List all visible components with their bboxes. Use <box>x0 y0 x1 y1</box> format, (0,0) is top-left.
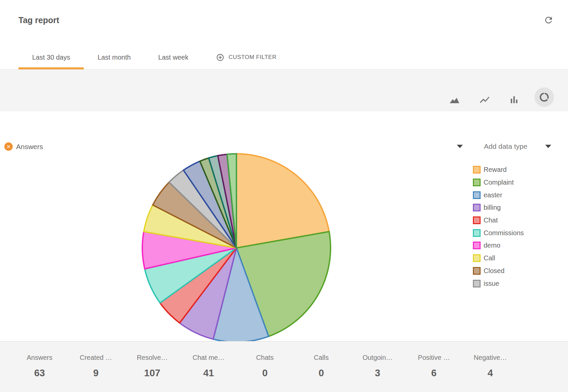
tab-last-week[interactable]: Last week <box>144 45 202 69</box>
legend-label: Closed <box>484 267 504 275</box>
legend-item-billing[interactable]: billing <box>473 201 524 214</box>
tab-bar: Last 30 daysLast monthLast weekCUSTOM FI… <box>18 45 291 69</box>
pie-chart <box>136 147 337 341</box>
legend-swatch-icon <box>473 166 481 174</box>
custom-filter-button[interactable]: CUSTOM FILTER <box>202 45 290 69</box>
stat-col-calls: Calls0 <box>293 353 349 392</box>
stat-value: 63 <box>11 368 68 379</box>
stat-col-answers: Answers63 <box>11 353 68 392</box>
stat-value: 107 <box>124 368 180 379</box>
legend-item-call[interactable]: Call <box>473 252 524 265</box>
tab-last-month[interactable]: Last month <box>84 45 144 69</box>
donut-chart-icon <box>539 92 550 103</box>
legend-label: Complaint <box>484 179 514 186</box>
legend-swatch-icon <box>473 179 481 186</box>
line-chart-icon[interactable] <box>479 94 490 106</box>
chart-area: ✕ Answers Add data type RewardComplainte… <box>0 111 568 341</box>
area-chart-icon <box>449 94 460 106</box>
stat-value: 3 <box>349 368 406 379</box>
legend-label: Reward <box>484 166 507 174</box>
legend-label: easter <box>484 191 502 199</box>
add-data-type-button[interactable]: Add data type <box>484 142 527 150</box>
stats-bar: Answers63Created …9Resolve…107Chat me…41… <box>0 341 568 392</box>
legend-label: demo <box>484 242 500 249</box>
legend-swatch-icon <box>473 191 481 199</box>
stat-col-outgoin: Outgoin…3 <box>349 353 406 392</box>
stat-value: 0 <box>237 368 293 379</box>
pie-chart-svg <box>136 147 337 341</box>
tag-report-page: { "header": { "title": "Tag report" }, "… <box>0 0 568 392</box>
legend-item-issue[interactable]: issue <box>473 277 524 290</box>
area-chart-icon[interactable] <box>449 94 460 106</box>
series-chip-answers[interactable]: ✕ Answers <box>4 142 43 151</box>
legend-item-demo[interactable]: demo <box>473 239 524 252</box>
legend-item-commissions[interactable]: Commissions <box>473 226 524 239</box>
stat-col-created: Created …9 <box>68 353 124 392</box>
stat-value: 6 <box>406 368 462 379</box>
legend-item-reward[interactable]: Reward <box>473 164 524 176</box>
stat-col-chatme: Chat me…41 <box>181 353 237 392</box>
stat-col-positive: Positive …6 <box>406 353 462 392</box>
refresh-icon <box>544 15 554 25</box>
legend-label: Commissions <box>484 229 524 237</box>
series-dropdown-caret-icon[interactable] <box>457 145 463 148</box>
stat-label: Outgoin… <box>349 353 406 362</box>
donut-chart-icon-selected[interactable] <box>535 87 554 107</box>
stat-label: Resolve… <box>124 353 180 362</box>
stat-value: 0 <box>293 368 349 379</box>
chart-legend: RewardComplainteasterbillingChatCommissi… <box>473 164 524 290</box>
bar-chart-icon <box>508 94 520 106</box>
legend-swatch-icon <box>473 280 481 287</box>
remove-series-icon[interactable]: ✕ <box>4 142 13 151</box>
legend-label: billing <box>484 204 501 211</box>
custom-filter-label: CUSTOM FILTER <box>228 54 276 61</box>
page-title: Tag report <box>18 15 59 25</box>
legend-swatch-icon <box>473 254 481 262</box>
legend-swatch-icon <box>473 229 481 237</box>
stat-col-resolve: Resolve…107 <box>124 353 180 392</box>
stat-value: 9 <box>68 368 124 379</box>
legend-item-chat[interactable]: Chat <box>473 214 524 227</box>
legend-label: issue <box>484 280 499 287</box>
stat-label: Calls <box>293 353 349 362</box>
stat-label: Created … <box>68 353 124 362</box>
add-data-type-caret-icon[interactable] <box>545 145 551 148</box>
stat-col-negative: Negative…4 <box>462 353 518 392</box>
chart-type-toolbar <box>0 70 568 111</box>
stat-value: 4 <box>462 368 518 379</box>
legend-swatch-icon <box>473 242 481 249</box>
stat-col-chats: Chats0 <box>237 353 293 392</box>
stat-label: Positive … <box>406 353 462 362</box>
legend-swatch-icon <box>473 267 481 275</box>
legend-swatch-icon <box>473 216 481 224</box>
header: Tag report Last 30 daysLast monthLast we… <box>0 0 568 70</box>
stat-value: 41 <box>181 368 237 379</box>
refresh-icon[interactable] <box>543 14 555 26</box>
legend-label: Chat <box>484 216 498 224</box>
legend-swatch-icon <box>473 204 481 211</box>
series-label: Answers <box>16 143 43 151</box>
tab-last-30-days[interactable]: Last 30 days <box>18 45 84 69</box>
stat-label: Chat me… <box>181 353 237 362</box>
legend-item-complaint[interactable]: Complaint <box>473 176 524 189</box>
add-circle-icon <box>216 53 224 62</box>
stat-label: Chats <box>237 353 293 362</box>
legend-item-easter[interactable]: easter <box>473 189 524 201</box>
bar-chart-icon[interactable] <box>508 94 520 106</box>
stat-label: Negative… <box>462 353 518 362</box>
stat-label: Answers <box>11 353 68 362</box>
legend-label: Call <box>484 254 495 262</box>
line-chart-icon <box>479 94 490 106</box>
legend-item-closed[interactable]: Closed <box>473 265 524 277</box>
